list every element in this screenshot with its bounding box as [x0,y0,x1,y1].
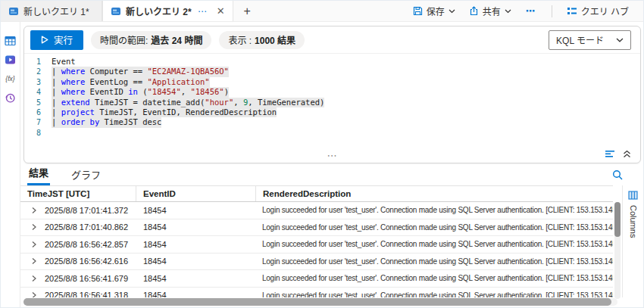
toolbar-actions: 保存 共有 ⋯ クエリ ハブ [409,1,643,21]
result-limit-picker[interactable]: 表示 : 1000 結果 [219,31,305,49]
line-number: 4 [24,87,52,97]
line-number: 2 [24,67,52,76]
editor-line[interactable]: 4| where EventID in ("18454", "18456") [24,87,640,97]
table-row[interactable]: 2025/8/8 17:01:40.86218454Login succeede… [20,219,613,237]
columns-icon [628,191,638,200]
history-clock-icon [5,92,16,104]
code-text: | project TimeJST, EventID, RenderedDesc… [52,107,277,117]
cell-time-group: 2025/8/8 17:01:40.862 [20,222,136,232]
cell-eventid: 18454 [136,206,255,215]
time-range-picker[interactable]: 時間の範囲: 過去 24 時間 [91,31,211,49]
close-tab-icon[interactable]: ✕ [217,5,225,17]
code-text: Event [52,57,76,67]
query-tab-2[interactable]: 新しいクエリ 2* ⋯ ✕ [102,1,233,21]
query-hub-icon [567,6,577,16]
table-row[interactable]: 2025/8/8 16:56:42.61618454Login succeede… [20,254,613,271]
new-tab-button[interactable]: + [233,1,261,21]
run-query-button[interactable]: 実行 [30,30,83,50]
editor-line[interactable]: 3| where EventLog == "Application" [24,77,640,87]
cell-time-group: 2025/8/8 16:56:41.679 [20,274,136,283]
expand-row-icon[interactable] [31,241,37,248]
table-row[interactable]: 2025/8/8 16:56:41.31818454Login succeede… [20,288,613,298]
columns-pane-label: Columns [629,205,638,238]
cell-eventid: 18454 [136,222,255,232]
horizontal-scrollbar-thumb[interactable] [23,298,611,306]
show-label: 表示 : [228,33,252,46]
results-tab-bar: 結果 グラフ [20,166,643,185]
share-label: 共有 [483,5,501,17]
expand-row-icon[interactable] [31,291,37,297]
save-button[interactable]: 保存 [409,5,459,17]
cell-timejst: 2025/8/8 16:56:41.318 [45,291,128,297]
tab-label: 新しいクエリ 2* [126,5,192,17]
query-tab-1[interactable]: 新しいクエリ 1* [1,1,102,21]
tables-pane-button[interactable] [4,34,17,48]
cell-eventid: 18454 [136,291,255,297]
cell-description: Login succeeded for user 'test_user'. Co… [255,206,613,214]
query-mode-select[interactable]: KQL モード [549,30,631,50]
functions-icon: {fx} [5,75,14,82]
collapse-editor-icon[interactable] [623,150,631,158]
tab-chart[interactable]: グラフ [70,167,102,185]
cell-time-group: 2025/8/8 17:01:41.372 [20,206,136,215]
cell-timejst: 2025/8/8 17:01:41.372 [45,206,128,215]
line-number: 8 [24,128,52,138]
column-header-description[interactable]: RenderedDescription [255,186,613,201]
line-number: 7 [24,117,52,127]
table-row[interactable]: 2025/8/8 16:56:42.85718454Login succeede… [20,236,613,254]
line-number: 1 [24,57,52,67]
tab-results[interactable]: 結果 [27,165,50,185]
expand-row-icon[interactable] [31,257,37,265]
query-hub-label: クエリ ハブ [581,5,629,17]
vertical-scrollbar[interactable] [614,202,621,299]
more-actions-button[interactable]: ⋯ [521,5,541,17]
table-row[interactable]: 2025/8/8 17:01:41.37218454Login succeede… [20,202,613,219]
editor-line[interactable]: 7| order by TimeJST desc [24,117,640,127]
cell-timejst: 2025/8/8 17:01:40.862 [45,222,128,232]
cell-eventid: 18454 [136,240,255,249]
queries-icon [5,54,16,65]
query-hub-button[interactable]: クエリ ハブ [563,5,633,17]
editor-line[interactable]: 6| project TimeJST, EventID, RenderedDes… [24,107,640,117]
left-sidebar: {fx} [1,22,20,307]
expand-row-icon[interactable] [31,207,37,214]
query-tab-bar: 新しいクエリ 1* 新しいクエリ 2* ⋯ ✕ + 保存 共有 ⋯ [1,1,643,22]
save-label: 保存 [427,5,445,17]
query-icon [8,6,19,17]
show-value: 1000 結果 [255,33,295,46]
editor-line[interactable]: 1Event [24,57,640,67]
editor-line[interactable]: 8 [24,128,640,138]
query-history-pane-button[interactable] [4,91,17,104]
results-table-body: 2025/8/8 17:01:41.37218454Login succeede… [20,202,613,297]
tab-overflow-icon[interactable]: ⋯ [198,6,208,17]
example-queries-pane-button[interactable] [4,53,17,67]
play-icon [41,36,48,44]
table-row[interactable]: 2025/8/8 16:56:41.67918454Login succeede… [20,270,613,288]
query-editor-panel: 実行 時間の範囲: 過去 24 時間 表示 : 1000 結果 KQL モード … [23,26,641,163]
share-button[interactable]: 共有 [465,5,515,17]
expand-row-icon[interactable] [31,275,37,282]
search-icon[interactable] [612,170,624,181]
line-number: 5 [24,98,52,107]
cell-description: Login succeeded for user 'test_user'. Co… [255,223,613,232]
save-icon [413,6,423,16]
cell-timejst: 2025/8/8 16:56:42.616 [45,257,128,266]
column-header-eventid[interactable]: EventID [136,186,255,201]
functions-pane-button[interactable]: {fx} [4,72,17,86]
cell-description: Login succeeded for user 'test_user'. Co… [255,257,613,266]
format-query-icon[interactable] [605,150,615,158]
kql-code-editor[interactable]: 1Event2| where Computer == "EC2AMAZ-1QBA… [24,54,640,138]
editor-line[interactable]: 2| where Computer == "EC2AMAZ-1QBA56O" [24,67,640,76]
editor-line[interactable]: 5| extend TimeJST = datetime_add("hour",… [24,98,640,107]
cell-eventid: 18454 [136,274,255,283]
editor-corner-controls [605,150,631,158]
panel-resize-grip[interactable]: ⋯ [24,152,640,163]
line-number: 3 [24,77,52,87]
chevron-down-icon [449,9,455,14]
columns-side-pane-tab[interactable]: Columns [622,185,643,297]
vertical-scrollbar-thumb[interactable] [614,202,621,237]
code-text: | where Computer == "EC2AMAZ-1QBA56O" [52,67,229,76]
horizontal-scrollbar[interactable] [23,298,617,306]
expand-row-icon[interactable] [31,223,37,231]
column-header-timejst[interactable]: TimeJST [UTC] [20,186,136,201]
